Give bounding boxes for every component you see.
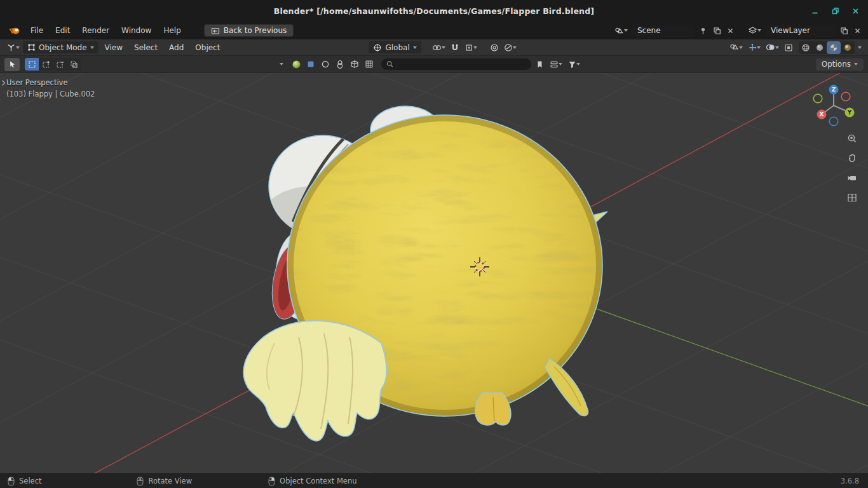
shading-material-button[interactable] <box>827 41 841 54</box>
viewlayer-browse-button[interactable] <box>746 25 763 36</box>
object-visibility-dropdown[interactable] <box>728 42 745 53</box>
view-perspective-label: User Perspective <box>6 78 67 87</box>
zoom-icon <box>847 133 857 144</box>
menu-view[interactable]: View <box>100 41 128 54</box>
maximize-button[interactable] <box>829 4 841 17</box>
gizmo-arrows-icon <box>748 43 757 52</box>
gizmo-axis-x[interactable]: X <box>817 110 827 119</box>
menu-help[interactable]: Help <box>158 24 186 37</box>
gizmo-axis-z[interactable]: Z <box>829 85 839 95</box>
close-button[interactable] <box>849 4 862 17</box>
shading-solid-button[interactable] <box>813 41 827 54</box>
viewlayer-name-field[interactable]: ViewLayer <box>765 25 836 37</box>
menu-select[interactable]: Select <box>129 41 163 54</box>
transform-orientation-dropdown[interactable]: Global <box>369 41 421 53</box>
filter-dropdown[interactable] <box>566 59 582 70</box>
blue-square-icon <box>306 60 315 69</box>
mouse-right-icon <box>268 477 275 486</box>
gizmo-axis-neg-z[interactable] <box>829 117 838 126</box>
minimize-button[interactable] <box>808 4 821 17</box>
mouse-left-icon <box>8 477 15 486</box>
gizmo-axis-neg-x[interactable] <box>841 92 850 101</box>
scene-widget: Scene <box>613 25 736 37</box>
top-menubar: File Edit Render Window Help Back to Pre… <box>0 22 868 39</box>
mode-dropdown[interactable]: Object Mode <box>23 41 98 53</box>
falloff-sphere-button[interactable] <box>290 58 302 71</box>
pan-button[interactable] <box>845 151 859 165</box>
scene-pin-button[interactable] <box>697 25 709 36</box>
zoom-button[interactable] <box>845 132 859 146</box>
menu-render[interactable]: Render <box>76 24 115 37</box>
back-screen-icon <box>211 27 220 35</box>
scene-delete-button[interactable] <box>725 26 736 36</box>
viewport-header-right <box>728 41 864 54</box>
navigation-gizmo[interactable]: Z X Y <box>807 77 860 130</box>
xray-toggle[interactable] <box>782 42 795 53</box>
select-mode-extend-button[interactable] <box>39 58 53 71</box>
scene-new-button[interactable] <box>711 25 723 36</box>
display-toggle-square[interactable] <box>304 58 317 71</box>
shading-dropdown[interactable] <box>856 45 864 50</box>
search-icon <box>386 60 393 68</box>
gizmo-axis-y[interactable]: Y <box>845 108 855 118</box>
menu-window[interactable]: Window <box>116 24 157 37</box>
proportional-falloff-dropdown[interactable] <box>502 42 519 53</box>
display-toggle-spheres[interactable] <box>334 58 346 71</box>
options-button[interactable]: Options <box>816 58 864 71</box>
snap-target-chevron-icon <box>473 46 477 49</box>
titlebar: Blender* [/home/shaunwifoths/Documents/G… <box>0 0 868 22</box>
overlays-toggle[interactable] <box>764 42 781 53</box>
viewlayer-remove-button[interactable] <box>852 26 863 36</box>
viewlayer-new-button[interactable] <box>838 25 850 36</box>
bookmark-button[interactable] <box>533 58 546 71</box>
overlays-icon <box>766 43 775 51</box>
scene-browse-button[interactable] <box>613 25 630 36</box>
back-to-previous-button[interactable]: Back to Previous <box>204 24 294 37</box>
object-mode-icon <box>27 43 36 51</box>
visibility-types-icon <box>729 43 739 51</box>
search-box[interactable] <box>381 58 531 70</box>
svg-text:Z: Z <box>832 86 836 93</box>
shading-rendered-button[interactable] <box>841 41 855 54</box>
display-toggle-cube[interactable] <box>348 58 361 71</box>
select-mode-intersect-button[interactable] <box>67 58 81 71</box>
viewport-3d[interactable]: User Perspective (103) Flappy | Cube.002… <box>0 73 868 473</box>
pivot-point-icon <box>432 43 442 52</box>
status-select-hint: Select <box>8 477 41 486</box>
menu-file[interactable]: File <box>25 24 49 37</box>
snap-toggle-button[interactable] <box>449 42 461 53</box>
select-mode-subtract-button[interactable] <box>53 58 67 71</box>
search-input[interactable] <box>397 60 526 69</box>
proportional-editing-toggle[interactable] <box>488 42 501 53</box>
camera-view-button[interactable] <box>845 171 859 185</box>
menu-add[interactable]: Add <box>164 41 189 54</box>
gizmo-axis-neg-y[interactable] <box>813 94 822 103</box>
tool-settings-chevron-icon <box>280 63 283 65</box>
snap-target-dropdown[interactable] <box>463 42 479 53</box>
rendered-sphere-icon <box>843 43 852 52</box>
viewlayer-browse-chevron-icon <box>757 29 761 32</box>
blender-menu-button[interactable] <box>5 24 24 37</box>
toolbar-toggle-button[interactable] <box>1 79 6 86</box>
status-rotate-label: Rotate View <box>148 477 192 485</box>
active-tool-button[interactable] <box>4 58 20 71</box>
scene-name-field[interactable]: Scene <box>632 25 695 37</box>
select-box-icon <box>28 60 36 69</box>
select-mode-new-button[interactable] <box>25 58 39 71</box>
display-toggle-circle[interactable] <box>319 58 332 71</box>
select-extend-icon <box>42 60 50 69</box>
gizmos-toggle[interactable] <box>746 42 763 53</box>
menu-object[interactable]: Object <box>190 41 225 54</box>
collections-dropdown[interactable] <box>548 59 564 70</box>
select-intersect-icon <box>70 60 78 69</box>
tool-settings-dropdown[interactable] <box>275 58 288 71</box>
display-toggle-grid[interactable] <box>363 58 376 71</box>
editor-type-button[interactable] <box>4 42 22 53</box>
select-subtract-icon <box>56 60 64 69</box>
menu-edit[interactable]: Edit <box>50 24 76 37</box>
window-title: Blender* [/home/shaunwifoths/Documents/G… <box>274 6 595 16</box>
camera-icon <box>847 173 857 183</box>
pivot-point-dropdown[interactable] <box>430 42 447 53</box>
ortho-toggle-button[interactable] <box>845 191 859 205</box>
shading-wireframe-button[interactable] <box>799 41 813 54</box>
